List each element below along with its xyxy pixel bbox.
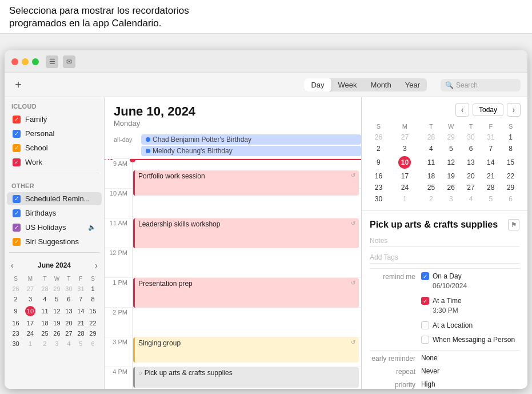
mini-cal-day[interactable]: 31 bbox=[75, 284, 86, 293]
big-cal-prev-button[interactable]: ‹ bbox=[455, 103, 469, 117]
flag-button[interactable]: ⚑ bbox=[508, 219, 519, 230]
big-cal-day[interactable]: 30 bbox=[369, 193, 389, 205]
big-cal-today-button[interactable]: Today bbox=[473, 104, 503, 116]
mini-cal-day[interactable]: 27 bbox=[63, 329, 74, 338]
big-cal-day[interactable]: 16 bbox=[369, 170, 389, 182]
mini-cal-day[interactable]: 3 bbox=[22, 294, 38, 304]
big-cal-day[interactable]: 29 bbox=[441, 132, 461, 143]
big-cal-day[interactable]: 27 bbox=[461, 182, 481, 193]
mini-cal-day[interactable]: 16 bbox=[10, 319, 21, 328]
big-cal-day[interactable]: 5 bbox=[481, 193, 501, 205]
mini-cal-day[interactable]: 13 bbox=[63, 305, 74, 317]
mini-cal-day[interactable]: 23 bbox=[10, 329, 21, 338]
early-reminder-value[interactable]: None bbox=[421, 354, 519, 362]
when-messaging-checkbox[interactable] bbox=[421, 336, 429, 344]
month-view-button[interactable]: Month bbox=[364, 78, 398, 91]
big-cal-day[interactable]: 3 bbox=[441, 193, 461, 205]
mini-cal-day[interactable]: 22 bbox=[87, 319, 98, 328]
mini-cal-day[interactable]: 2 bbox=[10, 294, 21, 304]
big-cal-day[interactable]: 21 bbox=[481, 170, 501, 182]
event-presentation[interactable]: Presentation prep ↺ bbox=[133, 278, 359, 308]
school-checkbox[interactable]: ✓ bbox=[13, 144, 21, 152]
allday-event-chad[interactable]: Chad Benjamin Potter's Birthday bbox=[141, 134, 361, 145]
mini-cal-day[interactable]: 19 bbox=[51, 319, 62, 328]
mini-cal-day[interactable]: 14 bbox=[75, 305, 86, 317]
mini-cal-day[interactable]: 26 bbox=[10, 284, 21, 293]
work-checkbox[interactable]: ✓ bbox=[13, 158, 21, 166]
big-cal-day[interactable]: 9 bbox=[369, 154, 389, 170]
mini-cal-day[interactable]: 3 bbox=[51, 339, 62, 348]
mini-cal-day[interactable]: 11 bbox=[39, 305, 50, 317]
sidebar-item-siri-suggestions[interactable]: ✓ Siri Suggestions bbox=[7, 235, 102, 248]
big-cal-day[interactable]: 17 bbox=[389, 170, 421, 182]
mini-cal-day[interactable]: 6 bbox=[63, 294, 74, 304]
week-view-button[interactable]: Week bbox=[331, 78, 364, 91]
add-event-button[interactable]: + bbox=[11, 78, 25, 92]
mini-cal-day[interactable]: 26 bbox=[51, 329, 62, 338]
big-cal-day[interactable]: 11 bbox=[421, 154, 441, 170]
mini-cal-day[interactable]: 8 bbox=[87, 294, 98, 304]
big-cal-day[interactable]: 15 bbox=[501, 154, 521, 170]
scheduled-rem-checkbox[interactable]: ✓ bbox=[13, 195, 21, 203]
mini-cal-day[interactable]: 21 bbox=[75, 319, 86, 328]
big-cal-day[interactable]: 6 bbox=[501, 193, 521, 205]
big-cal-day[interactable]: 2 bbox=[421, 193, 441, 205]
fullscreen-button[interactable] bbox=[32, 58, 39, 65]
event-singing[interactable]: Singing group ↺ bbox=[133, 337, 359, 363]
mini-cal-day[interactable]: 29 bbox=[87, 329, 98, 338]
big-cal-day[interactable]: 24 bbox=[389, 182, 421, 193]
mini-cal-today[interactable]: 10 bbox=[22, 305, 38, 317]
inbox-icon[interactable]: ✉ bbox=[63, 55, 75, 68]
priority-value[interactable]: High bbox=[421, 380, 519, 388]
mini-cal-day[interactable]: 6 bbox=[87, 339, 98, 348]
big-cal-day[interactable]: 20 bbox=[461, 170, 481, 182]
event-pickup[interactable]: ○ Pick up arts & crafts supplies bbox=[133, 367, 359, 388]
mini-cal-day[interactable]: 30 bbox=[63, 284, 74, 293]
mini-cal-day[interactable]: 28 bbox=[39, 284, 50, 293]
mini-cal-day[interactable]: 4 bbox=[39, 294, 50, 304]
big-cal-day[interactable]: 6 bbox=[461, 143, 481, 154]
day-view-button[interactable]: Day bbox=[304, 78, 331, 91]
big-cal-day[interactable]: 25 bbox=[421, 182, 441, 193]
mini-cal-day[interactable]: 9 bbox=[10, 305, 21, 317]
sidebar-item-school[interactable]: ✓ School bbox=[7, 141, 102, 154]
big-cal-day[interactable]: 22 bbox=[501, 170, 521, 182]
big-cal-day[interactable]: 7 bbox=[481, 143, 501, 154]
mini-cal-day[interactable]: 28 bbox=[75, 329, 86, 338]
big-cal-day[interactable]: 19 bbox=[441, 170, 461, 182]
mini-cal-day[interactable]: 4 bbox=[63, 339, 74, 348]
sidebar-item-birthdays[interactable]: ✓ Birthdays bbox=[7, 206, 102, 220]
big-cal-day[interactable]: 18 bbox=[421, 170, 441, 182]
big-cal-day[interactable]: 27 bbox=[389, 132, 421, 143]
tags-field[interactable]: Add Tags bbox=[370, 252, 519, 264]
mini-cal-day[interactable]: 29 bbox=[51, 284, 62, 293]
big-cal-day[interactable]: 4 bbox=[421, 143, 441, 154]
mini-cal-prev-button[interactable]: ‹ bbox=[9, 261, 15, 270]
minimize-button[interactable] bbox=[22, 58, 29, 65]
family-checkbox[interactable]: ✓ bbox=[13, 116, 21, 124]
event-leadership[interactable]: Leadership skills workshop ↺ bbox=[133, 218, 359, 248]
at-a-location-checkbox[interactable] bbox=[421, 321, 429, 329]
big-cal-day[interactable]: 26 bbox=[441, 182, 461, 193]
year-view-button[interactable]: Year bbox=[398, 78, 427, 91]
mini-cal-day[interactable]: 7 bbox=[75, 294, 86, 304]
mini-cal-day[interactable]: 15 bbox=[87, 305, 98, 317]
mini-cal-day[interactable]: 25 bbox=[39, 329, 50, 338]
sidebar-item-personal[interactable]: ✓ Personal bbox=[7, 127, 102, 140]
us-holidays-checkbox[interactable]: ✓ bbox=[13, 224, 21, 232]
sidebar-item-family[interactable]: ✓ Family bbox=[7, 113, 102, 126]
mini-cal-day[interactable]: 5 bbox=[75, 339, 86, 348]
notes-field[interactable]: Notes bbox=[370, 235, 519, 247]
at-a-time-checkbox[interactable]: ✓ bbox=[421, 297, 429, 305]
mini-cal-next-button[interactable]: › bbox=[93, 261, 99, 270]
mini-cal-day[interactable]: 17 bbox=[22, 319, 38, 328]
mini-cal-day[interactable]: 27 bbox=[22, 284, 38, 293]
mini-cal-day[interactable]: 1 bbox=[87, 284, 98, 293]
sidebar-toggle-icon[interactable]: ☰ bbox=[46, 55, 58, 68]
search-bar[interactable]: 🔍 Search bbox=[441, 79, 521, 91]
sidebar-item-work[interactable]: ✓ Work bbox=[7, 156, 102, 169]
big-cal-day[interactable]: 1 bbox=[501, 132, 521, 143]
sidebar-item-scheduled-reminders[interactable]: ✓ Scheduled Remin... bbox=[7, 192, 102, 205]
big-cal-day[interactable]: 31 bbox=[481, 132, 501, 143]
on-a-day-checkbox[interactable]: ✓ bbox=[421, 272, 429, 280]
